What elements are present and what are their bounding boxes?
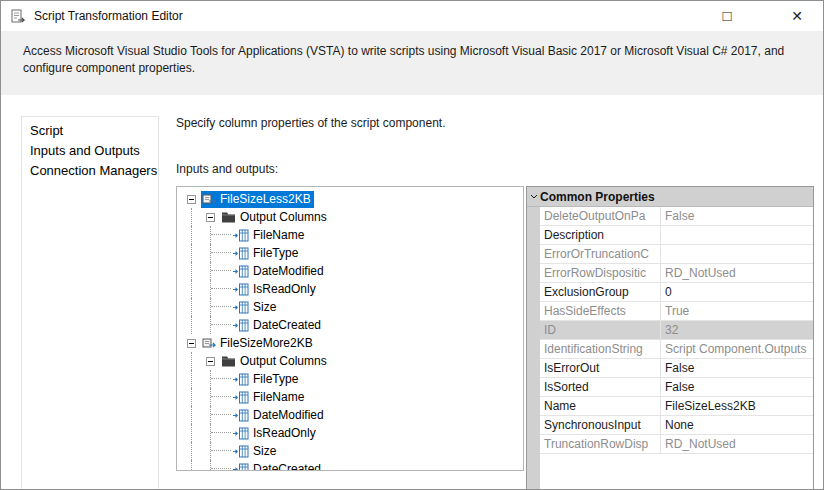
property-name[interactable]: SynchronousInput [540,416,661,435]
tree-indent-guide [187,388,206,406]
property-name[interactable]: IsSorted [540,378,661,397]
row-margin [527,283,540,302]
column-icon [233,319,249,332]
row-margin [527,245,540,264]
tree-node-datemodified[interactable]: DateModified [187,262,523,280]
tree-connector [225,424,232,442]
io-tree: FileSizeLess2KBOutput ColumnsFileNameFil… [176,186,524,471]
property-value[interactable] [661,245,813,264]
property-name[interactable]: TruncationRowDisp [540,435,661,454]
property-name[interactable]: ErrorRowDispositic [540,264,661,283]
tree-node-label: FileType [253,372,298,386]
tree-indent-guide [187,262,206,280]
property-row-hassideeffects: HasSideEffectsTrue [527,302,813,321]
tree-indent-guide [187,316,206,334]
tree-node-size[interactable]: Size [187,442,523,460]
tree-connector [225,262,232,280]
property-category-header[interactable]: Common Properties [527,187,813,207]
property-name[interactable]: HasSideEffects [540,302,661,321]
collapse-icon[interactable] [206,357,215,366]
row-margin [527,207,540,226]
tree-node-label: DateModified [253,408,324,422]
tree-node-label: DateCreated [253,318,321,332]
tree-connector [225,442,232,460]
column-icon [233,373,249,386]
tree-node-label: Output Columns [240,210,327,224]
tree-indent-guide [206,316,225,334]
property-value[interactable]: False [661,359,813,378]
tree-node-datecreated[interactable]: DateCreated [187,316,523,334]
tree-connector [225,316,232,334]
tree-node-datemodified[interactable]: DateModified [187,406,523,424]
property-value[interactable]: FileSizeLess2KB [661,397,813,416]
tree-indent-guide [187,460,206,471]
property-value[interactable]: True [661,302,813,321]
property-name[interactable]: ErrorOrTruncationC [540,245,661,264]
tree-node-label: Output Columns [240,354,327,368]
property-name[interactable]: IsErrorOut [540,359,661,378]
tree-connector [225,226,232,244]
close-button[interactable]: ✕ [787,2,807,30]
collapse-icon[interactable] [187,339,196,348]
tree-node-output-columns[interactable]: Output Columns [187,208,523,226]
tree-node-filesizemore2kb[interactable]: FileSizeMore2KB [187,334,523,352]
tree-indent-guide [206,262,225,280]
property-value[interactable]: None [661,416,813,435]
tree-node-datecreated[interactable]: DateCreated [187,460,523,471]
tree-indent-guide [206,226,225,244]
property-value[interactable] [661,226,813,245]
column-icon [233,391,249,404]
property-name[interactable]: ExclusionGroup [540,283,661,302]
folder-icon [221,355,236,367]
property-value[interactable]: Script Component.Outputs [661,340,813,359]
title-bar: Script Transformation Editor □ ✕ [1,1,823,31]
tree-connector [225,298,232,316]
tree-connector [225,280,232,298]
tree-node-filename[interactable]: FileName [187,388,523,406]
tree-node-isreadonly[interactable]: IsReadOnly [187,424,523,442]
collapse-icon[interactable] [187,195,196,204]
property-value[interactable]: RD_NotUsed [661,435,813,454]
property-value[interactable]: RD_NotUsed [661,264,813,283]
nav-item-inputs-and-outputs[interactable]: Inputs and Outputs [22,141,158,161]
page-instruction: Specify column properties of the script … [176,116,823,130]
tree-indent-guide [187,352,206,370]
tree-connector [225,460,232,471]
property-name[interactable]: IdentificationString [540,340,661,359]
property-value[interactable]: 0 [661,283,813,302]
tree-node-output-columns[interactable]: Output Columns [187,352,523,370]
inputs-outputs-label: Inputs and outputs: [176,162,823,176]
tree-node-label: FileSizeLess2KB [220,192,311,206]
property-name[interactable]: ID [540,321,661,340]
row-margin [527,378,540,397]
tree-node-filetype[interactable]: FileType [187,370,523,388]
row-margin [527,340,540,359]
collapse-icon[interactable] [206,213,215,222]
row-margin [527,226,540,245]
tree-indent-guide [187,370,206,388]
property-row-issorted: IsSortedFalse [527,378,813,397]
nav-item-connection-managers[interactable]: Connection Managers [22,161,158,181]
tree-node-size[interactable]: Size [187,298,523,316]
tree-node-filetype[interactable]: FileType [187,244,523,262]
property-value[interactable]: False [661,207,813,226]
nav-item-script[interactable]: Script [22,121,158,141]
tree-node-label: FileName [253,390,304,404]
banner-text: Access Microsoft Visual Studio Tools for… [23,44,784,75]
property-value[interactable]: False [661,378,813,397]
tree-node-isreadonly[interactable]: IsReadOnly [187,280,523,298]
tree-node-filesizeless2kb[interactable]: FileSizeLess2KB [187,190,523,208]
property-name[interactable]: DeleteOutputOnPa [540,207,661,226]
property-row-truncationrowdisp: TruncationRowDispRD_NotUsed [527,435,813,454]
property-value[interactable]: 32 [661,321,813,340]
app-icon [10,8,26,24]
property-name[interactable]: Description [540,226,661,245]
maximize-button[interactable]: □ [717,2,737,30]
tree-node-label: DateModified [253,264,324,278]
property-name[interactable]: Name [540,397,661,416]
tree-node-filename[interactable]: FileName [187,226,523,244]
property-row-id: ID32 [527,321,813,340]
property-row-description: Description [527,226,813,245]
row-margin [527,359,540,378]
tree-connector [225,244,232,262]
